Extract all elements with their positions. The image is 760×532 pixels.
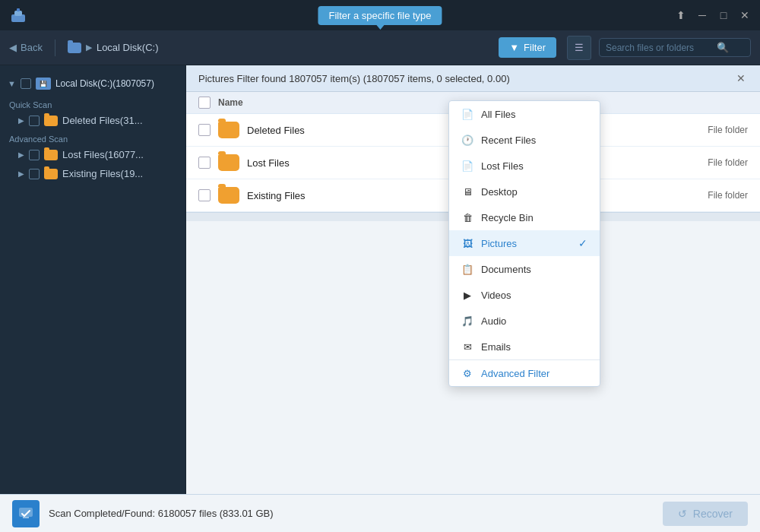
lost-files-folder-icon (44, 150, 58, 160)
computer-check-icon (17, 505, 34, 522)
quick-scan-label: Quick Scan (0, 96, 185, 111)
search-input[interactable] (606, 43, 712, 53)
sidebar-lost-files[interactable]: ▶ Lost Files(16077... (0, 145, 185, 164)
expand-icon: ▶ (18, 116, 24, 125)
filter-item-desktop[interactable]: 🖥 Desktop (449, 179, 600, 204)
breadcrumb-arrow: ▶ (86, 43, 92, 52)
filter-item-videos[interactable]: ▶ Videos (449, 282, 600, 308)
expand-icon-existing: ▶ (18, 169, 24, 178)
lost-files-checkbox[interactable] (29, 150, 40, 160)
root-checkbox[interactable] (21, 78, 31, 89)
filter-item-recent-files[interactable]: 🕐 Recent Files (449, 127, 600, 153)
list-view-button[interactable]: ☰ (567, 36, 591, 60)
lost-files-label: Lost Files(16077... (62, 149, 144, 160)
app-icon (9, 6, 27, 24)
status-text: Scan Completed/Found: 6180057 files (833… (49, 508, 654, 519)
sidebar-deleted-files[interactable]: ▶ Deleted Files(31... (0, 111, 185, 130)
desktop-icon: 🖥 (461, 185, 473, 198)
svg-rect-4 (23, 517, 29, 518)
recover-icon: ↺ (678, 508, 687, 520)
column-name-header: Name (218, 97, 243, 108)
status-bar: Scan Completed/Found: 6180057 files (833… (0, 494, 760, 532)
advanced-filter-icon: ⚙ (461, 367, 473, 379)
pictures-icon: 🖼 (461, 237, 473, 249)
filter-tooltip: Filter a specific file type (318, 6, 442, 25)
disk-icon: 💾 (36, 78, 51, 90)
file-type-2: File folder (672, 190, 748, 201)
sidebar-existing-files[interactable]: ▶ Existing Files(19... (0, 164, 185, 183)
recover-button[interactable]: ↺ Recover (663, 502, 748, 526)
content-area: Pictures Filter found 1807057 item(s) (1… (186, 65, 760, 494)
recent-files-icon: 🕐 (461, 134, 473, 146)
row-checkbox-1[interactable] (198, 157, 211, 169)
recycle-bin-icon: 🗑 (461, 211, 473, 223)
content-header: Pictures Filter found 1807057 item(s) (1… (186, 65, 760, 92)
filter-icon: ▼ (509, 42, 519, 53)
emails-icon: ✉ (461, 340, 473, 353)
back-arrow-icon: ◀ (9, 42, 17, 53)
nav-separator (55, 40, 55, 56)
expand-icon-lost: ▶ (18, 150, 24, 159)
chevron-down-icon: ▼ (8, 79, 16, 88)
filter-item-audio[interactable]: 🎵 Audio (449, 308, 600, 334)
breadcrumb-folder-icon (68, 43, 81, 53)
folder-icon-1 (218, 154, 239, 171)
breadcrumb: ▶ Local Disk(C:) (68, 42, 159, 53)
root-label: Local Disk(C:)(1807057) (55, 78, 154, 89)
documents-icon: 📋 (461, 263, 473, 275)
filter-item-all-files[interactable]: 📄 All Files (449, 101, 600, 127)
search-icon: 🔍 (717, 42, 729, 53)
all-files-icon: 📄 (461, 108, 473, 120)
content-close-button[interactable]: ✕ (734, 71, 748, 85)
file-type-0: File folder (672, 125, 748, 135)
header-checkbox[interactable] (198, 97, 211, 109)
deleted-files-folder-icon (44, 116, 58, 126)
advanced-scan-label: Advanced Scan (0, 130, 185, 145)
share-button[interactable]: ⬆ (675, 9, 687, 21)
filter-item-advanced[interactable]: ⚙ Advanced Filter (449, 359, 600, 386)
title-bar-left (9, 6, 27, 24)
svg-rect-1 (14, 11, 22, 16)
videos-icon: ▶ (461, 289, 473, 301)
breadcrumb-text: Local Disk(C:) (97, 42, 159, 53)
existing-files-folder-icon (44, 169, 58, 179)
sidebar: ▼ 💾 Local Disk(C:)(1807057) Quick Scan ▶… (0, 65, 186, 494)
folder-icon-0 (218, 122, 239, 138)
title-bar-controls: ⬆ ─ □ ✕ (675, 9, 751, 21)
filter-item-recycle-bin[interactable]: 🗑 Recycle Bin (449, 204, 600, 230)
sidebar-root-item[interactable]: ▼ 💾 Local Disk(C:)(1807057) (0, 71, 185, 96)
row-checkbox-0[interactable] (198, 124, 211, 136)
filter-item-documents[interactable]: 📋 Documents (449, 256, 600, 282)
row-checkbox-2[interactable] (198, 189, 211, 201)
status-icon (12, 500, 40, 527)
existing-files-label: Existing Files(19... (62, 168, 143, 179)
title-bar: Filter a specific file type ⬆ ─ □ ✕ (0, 0, 760, 30)
main-layout: ▼ 💾 Local Disk(C:)(1807057) Quick Scan ▶… (0, 65, 760, 494)
lost-files-icon: 📄 (461, 160, 473, 172)
existing-files-checkbox[interactable] (29, 169, 40, 179)
filter-item-lost-files[interactable]: 📄 Lost Files (449, 153, 600, 179)
minimize-button[interactable]: ─ (696, 9, 708, 21)
deleted-files-checkbox[interactable] (29, 116, 40, 126)
nav-bar: ◀ Back ▶ Local Disk(C:) ▼ Filter ☰ 🔍 (0, 30, 760, 65)
filter-dropdown: 📄 All Files 🕐 Recent Files 📄 Lost Files … (448, 100, 600, 387)
audio-icon: 🎵 (461, 315, 473, 327)
deleted-files-label: Deleted Files(31... (62, 115, 143, 126)
list-view-icon: ☰ (575, 42, 584, 53)
filter-item-emails[interactable]: ✉ Emails (449, 334, 600, 359)
svg-rect-2 (17, 8, 20, 11)
active-checkmark: ✓ (578, 237, 587, 249)
filter-button[interactable]: ▼ Filter (499, 37, 556, 58)
back-button[interactable]: ◀ Back (9, 42, 43, 53)
close-button[interactable]: ✕ (739, 9, 751, 21)
file-type-1: File folder (672, 157, 748, 168)
folder-icon-2 (218, 187, 239, 204)
search-bar[interactable]: 🔍 (599, 38, 751, 57)
filter-item-pictures[interactable]: 🖼 Pictures ✓ (449, 230, 600, 256)
restore-button[interactable]: □ (717, 9, 730, 21)
content-header-text: Pictures Filter found 1807057 item(s) (1… (198, 73, 510, 84)
